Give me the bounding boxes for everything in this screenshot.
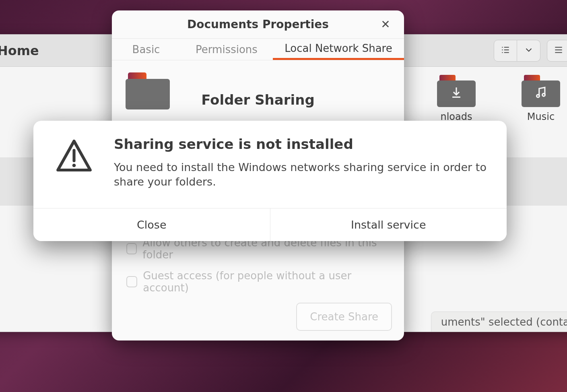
alert-description: You need to install the Windows networks… xyxy=(114,160,488,190)
svg-point-12 xyxy=(542,93,545,96)
folder-label: Music xyxy=(515,111,567,122)
music-note-icon xyxy=(534,86,548,102)
create-share-button: Create Share xyxy=(296,303,392,331)
chevron-down-icon xyxy=(524,45,534,57)
hamburger-menu-button[interactable] xyxy=(547,40,567,62)
checkbox-guest-access: Guest access (for people without a user … xyxy=(126,270,392,294)
statusbar-text: uments" selected (conta xyxy=(441,316,567,328)
tab-local-network-share[interactable]: Local Network Share xyxy=(273,39,404,60)
properties-header: Documents Properties ✕ xyxy=(112,10,404,39)
hamburger-menu-icon xyxy=(553,45,564,57)
svg-point-15 xyxy=(72,164,76,167)
properties-tabs: Basic Permissions Local Network Share xyxy=(112,39,404,60)
folder-icon-grid: nloads Music xyxy=(430,75,567,122)
alert-text: Sharing service is not installed You nee… xyxy=(114,135,488,190)
folder-sharing-heading: Folder Sharing xyxy=(201,92,314,108)
folder-item-music[interactable]: Music xyxy=(515,75,567,122)
list-view-icon xyxy=(500,45,511,57)
checkbox-box xyxy=(126,276,137,287)
alert-body: Sharing service is not installed You nee… xyxy=(33,121,507,208)
properties-close-button[interactable]: ✕ xyxy=(378,17,393,32)
checkbox-label: Guest access (for people without a user … xyxy=(143,270,392,294)
folder-preview-icon xyxy=(126,72,170,113)
close-icon: ✕ xyxy=(381,18,390,31)
folder-item-downloads[interactable]: nloads xyxy=(430,75,482,122)
download-icon xyxy=(449,86,463,102)
properties-title: Documents Properties xyxy=(187,18,329,31)
install-service-button[interactable]: Install service xyxy=(270,208,507,241)
checkbox-box xyxy=(126,243,137,254)
view-options-dropdown[interactable] xyxy=(517,40,540,62)
folder-icon xyxy=(522,75,560,107)
list-view-button[interactable] xyxy=(494,40,517,62)
folder-icon xyxy=(437,75,476,107)
svg-point-11 xyxy=(537,95,540,97)
tab-basic[interactable]: Basic xyxy=(112,39,180,60)
alert-title: Sharing service is not installed xyxy=(114,136,488,152)
files-location-title: Home xyxy=(0,43,39,58)
tab-permissions[interactable]: Permissions xyxy=(180,39,273,60)
view-mode-button-group xyxy=(494,40,540,62)
files-statusbar: uments" selected (conta xyxy=(431,312,567,332)
close-button[interactable]: Close xyxy=(33,208,270,241)
alert-dialog: Sharing service is not installed You nee… xyxy=(33,121,507,241)
alert-button-row: Close Install service xyxy=(33,208,507,241)
warning-triangle-icon xyxy=(52,135,96,190)
